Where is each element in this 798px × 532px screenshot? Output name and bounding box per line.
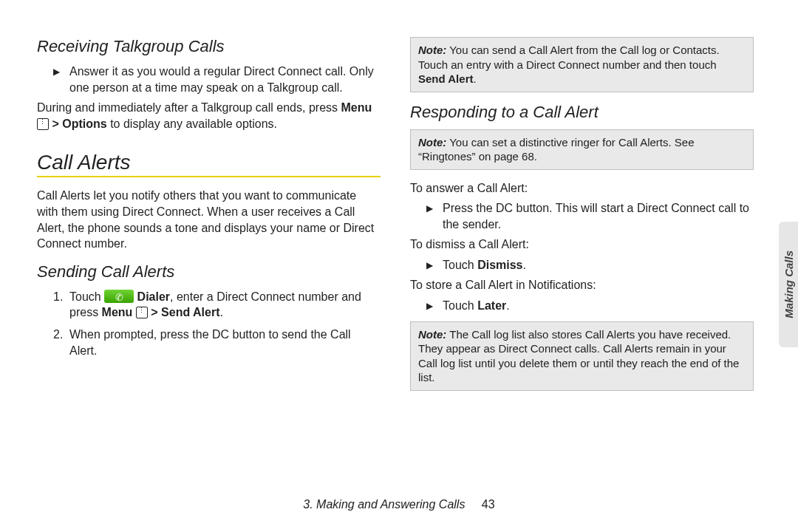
chapter-title: 3. Making and Answering Calls (303, 498, 465, 511)
note-label: Note: (418, 136, 446, 149)
paragraph: Call Alerts let you notify others that y… (37, 188, 381, 251)
page-body: Receiving Talkgroup Calls ▶ Answer it as… (0, 0, 798, 473)
menu-grid-icon (136, 307, 148, 318)
heading-sending-call-alerts: Sending Call Alerts (37, 262, 381, 282)
note-box: Note: You can set a distinctive ringer f… (410, 129, 754, 170)
paragraph: During and immediately after a Talkgroup… (37, 100, 381, 132)
step-number: 2. (53, 327, 69, 358)
bullet-item: ▶ Press the DC button. This will start a… (426, 200, 754, 232)
step-number: 1. (53, 289, 69, 321)
note-box: Note: The Call log list also stores Call… (410, 321, 754, 391)
note-label: Note: (418, 44, 446, 56)
page-footer: 3. Making and Answering Calls 43 (0, 498, 798, 511)
lead-store: To store a Call Alert in Notifications: (410, 277, 754, 293)
heading-call-alerts: Call Alerts (37, 151, 381, 177)
note-box: Note: You can send a Call Alert from the… (410, 37, 754, 92)
step-2: 2. When prompted, press the DC button to… (53, 327, 381, 358)
heading-receiving-talkgroup: Receiving Talkgroup Calls (37, 37, 381, 56)
bullet-item: ▶ Touch Dismiss. (426, 257, 754, 273)
chevron-right-icon: > (52, 117, 58, 130)
left-column: Receiving Talkgroup Calls ▶ Answer it as… (37, 37, 381, 458)
dialer-phone-icon (104, 290, 134, 303)
chevron-right-icon: > (151, 306, 157, 318)
step-1: 1. Touch Dialer, enter a Direct Connect … (53, 289, 381, 321)
section-tab-label: Making Calls (782, 250, 795, 318)
bullet-item: ▶ Touch Later. (426, 298, 754, 314)
note-label: Note: (418, 328, 446, 341)
bullet-text: Answer it as you would a regular Direct … (69, 64, 381, 95)
section-tab: Making Calls (779, 222, 798, 347)
triangle-bullet-icon: ▶ (53, 64, 69, 95)
right-column: Note: You can send a Call Alert from the… (410, 37, 754, 458)
triangle-bullet-icon: ▶ (426, 200, 443, 232)
lead-dismiss: To dismiss a Call Alert: (410, 236, 754, 253)
bullet-item: ▶ Answer it as you would a regular Direc… (53, 64, 381, 95)
lead-answer: To answer a Call Alert: (410, 180, 754, 197)
page-number: 43 (482, 498, 495, 511)
menu-grid-icon (37, 118, 49, 130)
triangle-bullet-icon: ▶ (426, 298, 443, 314)
heading-responding: Responding to a Call Alert (410, 103, 754, 122)
triangle-bullet-icon: ▶ (426, 257, 443, 273)
